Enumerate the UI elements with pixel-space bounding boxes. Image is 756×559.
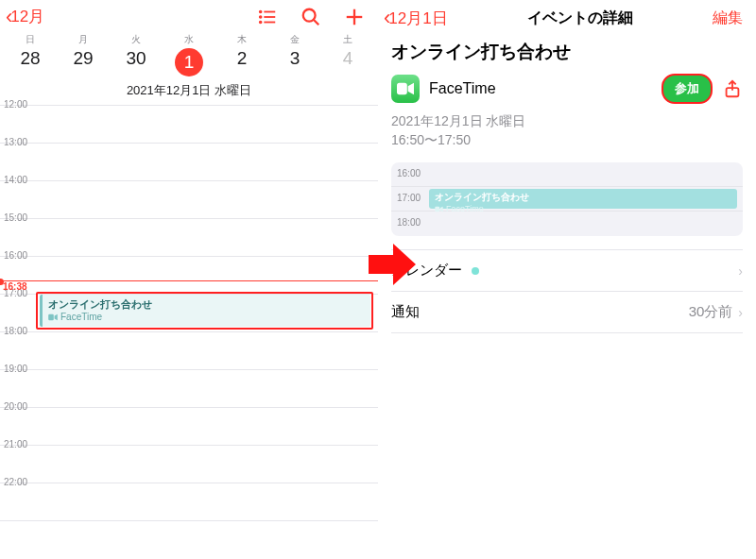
- date-cell[interactable]: 4: [321, 48, 374, 76]
- calendar-select-row[interactable]: カレンダー ›: [391, 250, 743, 292]
- dow: 月: [57, 33, 110, 46]
- date-cell[interactable]: 3: [268, 48, 321, 76]
- hour-label: 22:00: [4, 477, 27, 487]
- back-day-button[interactable]: ‹ 12月1日: [384, 6, 448, 30]
- date-cell[interactable]: 2: [215, 48, 268, 76]
- step-arrow-icon: [369, 244, 416, 285]
- mini-timeline: 16:00 17:00 オンライン打ち合わせ FaceTime 18:00: [391, 162, 743, 236]
- back-month-button[interactable]: ‹ 12月: [6, 6, 44, 27]
- back-day-label: 12月1日: [388, 8, 447, 29]
- hour-label: 12:00: [4, 99, 27, 110]
- mini-event-block[interactable]: オンライン打ち合わせ FaceTime: [429, 189, 737, 209]
- event-title: オンライン打ち合わせ: [391, 40, 743, 64]
- event-detail-view: ‹ 12月1日 イベントの詳細 編集 オンライン打ち合わせ FaceTime 参…: [378, 0, 756, 559]
- dow: 金: [268, 33, 321, 46]
- share-icon[interactable]: [722, 78, 743, 99]
- date-cell[interactable]: 28: [4, 48, 57, 76]
- dow: 木: [215, 33, 268, 46]
- calendar-color-dot: [472, 267, 479, 275]
- weekday-header: 日 月 火 水 木 金 土: [0, 29, 378, 46]
- svg-rect-11: [397, 83, 407, 95]
- search-icon[interactable]: [301, 7, 321, 27]
- hour-label: 14:00: [4, 175, 27, 185]
- dow: 水: [163, 33, 215, 46]
- event-time-range: 16:50〜17:50: [391, 132, 743, 149]
- hour-label: 16:00: [4, 250, 27, 261]
- row-label: 通知: [391, 303, 420, 321]
- facetime-app-icon: [391, 75, 420, 103]
- svg-point-3: [260, 10, 262, 12]
- chevron-right-icon: ›: [738, 305, 743, 320]
- add-event-icon[interactable]: [344, 7, 365, 27]
- list-view-icon[interactable]: [257, 7, 278, 27]
- join-button[interactable]: 参加: [662, 74, 713, 104]
- hour-label: 17:00: [397, 193, 421, 203]
- hour-label: 20:00: [4, 401, 27, 412]
- chevron-right-icon: ›: [738, 263, 743, 279]
- svg-line-7: [314, 19, 319, 25]
- hour-label: 16:00: [397, 168, 421, 178]
- date-cell[interactable]: 30: [110, 48, 163, 76]
- edit-button[interactable]: 編集: [713, 8, 743, 28]
- facetime-row: FaceTime 参加: [391, 74, 743, 104]
- calendar-day-view: ‹ 12月 日 月 火 水 木 金 土: [0, 0, 378, 559]
- facetime-label: FaceTime: [429, 80, 652, 97]
- current-time-indicator: [0, 280, 378, 281]
- nav-title: イベントの詳細: [527, 8, 633, 28]
- mini-event-title: オンライン打ち合わせ: [435, 191, 731, 204]
- back-month-label: 12月: [10, 6, 44, 27]
- hour-label: 15:00: [4, 212, 27, 223]
- hour-label: 18:00: [4, 326, 27, 336]
- date-cell-selected[interactable]: 1: [163, 48, 215, 76]
- svg-point-4: [260, 16, 262, 18]
- dow: 土: [321, 33, 374, 46]
- row-value: 30分前: [689, 303, 733, 321]
- dates-row: 28 29 30 1 2 3 4: [0, 46, 378, 78]
- hour-label: 13:00: [4, 137, 27, 147]
- svg-point-6: [303, 8, 316, 21]
- date-cell[interactable]: 29: [57, 48, 110, 76]
- hour-label: 19:00: [4, 364, 27, 374]
- svg-rect-13: [435, 206, 439, 212]
- current-time-label: 16:38: [3, 281, 27, 292]
- dow: 日: [4, 33, 57, 46]
- svg-point-5: [260, 21, 262, 23]
- event-date: 2021年12月1日 水曜日: [391, 113, 743, 130]
- notification-row[interactable]: 通知 30分前 ›: [391, 292, 743, 333]
- highlight-box: [36, 292, 373, 330]
- hour-label: 18:00: [397, 217, 421, 228]
- dow: 火: [110, 33, 163, 46]
- hour-label: 21:00: [4, 439, 27, 449]
- day-timeline[interactable]: 12:00 13:00 14:00 15:00 16:00 17:00 18:0…: [0, 105, 378, 539]
- full-date-label: 2021年12月1日 水曜日: [0, 78, 378, 105]
